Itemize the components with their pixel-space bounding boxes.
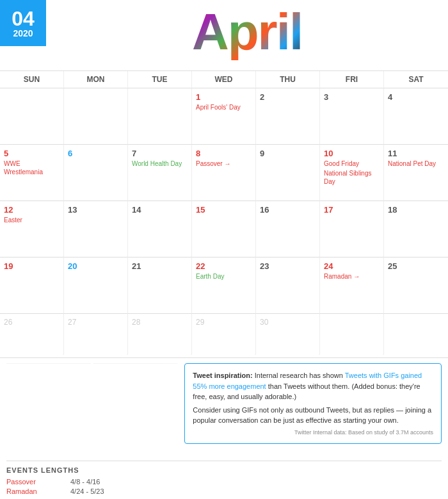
events-lengths-title: EVENTS LENGTHS xyxy=(6,461,442,474)
month-badge: 04 2020 xyxy=(0,0,46,46)
event-passover-name: Passover xyxy=(6,478,70,486)
event-good-friday: Good Friday xyxy=(324,160,380,168)
day-cell-17: 17 xyxy=(320,200,384,257)
day-cell-18: 18 xyxy=(384,200,448,257)
day-cell-3: 3 xyxy=(320,88,384,144)
day-cell xyxy=(128,88,192,144)
day-number: 28 xyxy=(132,318,188,327)
event-passover-dates: 4/8 - 4/16 xyxy=(70,478,100,486)
day-number: 20 xyxy=(68,261,124,271)
day-cell-10: 10 Good Friday National Siblings Day xyxy=(320,144,384,200)
day-cell-1: 1 April Fools' Day xyxy=(192,88,256,144)
day-cell-16: 16 xyxy=(256,200,320,257)
day-cell-23: 23 xyxy=(256,257,320,313)
day-cell-29: 29 xyxy=(192,313,256,355)
event-earth-day: Earth Day xyxy=(196,272,252,281)
month-number: 04 xyxy=(12,8,35,29)
day-number: 2 xyxy=(260,92,316,102)
day-cell-8: 8 Passover → xyxy=(192,144,256,200)
day-cell-9: 9 xyxy=(256,144,320,200)
day-number: 25 xyxy=(388,261,444,271)
week-3: 12 Easter 13 14 15 16 17 18 xyxy=(0,200,448,257)
day-cell-empty xyxy=(320,313,384,355)
event-ramadan: Ramadan → xyxy=(324,272,380,281)
day-number: 11 xyxy=(388,149,444,158)
day-cell-15: 15 xyxy=(192,200,256,257)
week-1: 1 April Fools' Day 2 3 4 xyxy=(0,88,448,144)
day-number: 18 xyxy=(388,205,444,215)
month-title: April xyxy=(192,3,302,61)
day-number: 30 xyxy=(260,318,316,327)
calendar: SUN MON TUE WED THU FRI SAT 1 April Fool… xyxy=(0,70,448,355)
day-cell xyxy=(0,88,64,144)
event-pet-day: National Pet Day xyxy=(388,160,444,168)
tweet-inspiration-box: Tweet inspiration: Internal research has… xyxy=(184,363,442,444)
event-siblings-day: National Siblings Day xyxy=(324,169,380,186)
day-cell-25: 25 xyxy=(384,257,448,313)
day-number: 17 xyxy=(324,205,380,215)
day-number: 23 xyxy=(260,261,316,271)
page-container: 04 2020 April SUN MON TUE WED THU FRI SA… xyxy=(0,0,448,499)
day-cell-28: 28 xyxy=(128,313,192,355)
tweet-text-1: Internal research has shown xyxy=(255,372,345,379)
day-number: 14 xyxy=(132,205,188,215)
header-sat: SAT xyxy=(384,71,448,88)
header-tue: TUE xyxy=(128,71,192,88)
event-passover-row: Passover 4/8 - 4/16 xyxy=(6,478,442,486)
header-thu: THU xyxy=(256,71,320,88)
day-number: 29 xyxy=(196,318,252,327)
day-cell-5: 5 WWE Wrestlemania xyxy=(0,144,64,200)
day-number: 26 xyxy=(4,318,60,327)
day-number: 15 xyxy=(196,205,252,215)
day-cell-2: 2 xyxy=(256,88,320,144)
day-cell-12: 12 Easter xyxy=(0,200,64,257)
week-4: 19 20 21 22 Earth Day 23 24 Ramadan → 25 xyxy=(0,257,448,313)
day-cell-26: 26 xyxy=(0,313,64,355)
month-title-container: April xyxy=(46,0,448,64)
day-cell-27: 27 xyxy=(64,313,128,355)
day-number: 4 xyxy=(388,92,444,102)
day-number: 6 xyxy=(68,149,124,158)
event-ramadan-name: Ramadan xyxy=(6,487,70,495)
day-cell-19: 19 xyxy=(0,257,64,313)
event-april-fools: April Fools' Day xyxy=(196,103,252,111)
header-sun: SUN xyxy=(0,71,64,88)
event-wwe: WWE Wrestlemania xyxy=(4,160,60,176)
day-cell-21: 21 xyxy=(128,257,192,313)
tweet-source: Twitter Internal data: Based on study of… xyxy=(193,429,433,438)
tweet-label: Tweet inspiration: xyxy=(193,372,252,379)
event-world-health: World Health Day xyxy=(132,160,188,168)
bottom-area: Tweet inspiration: Internal research has… xyxy=(0,357,448,454)
day-number: 9 xyxy=(260,149,316,158)
day-number: 21 xyxy=(132,261,188,271)
day-cell-6: 6 xyxy=(64,144,128,200)
year: 2020 xyxy=(13,29,33,38)
day-number: 13 xyxy=(68,205,124,215)
day-number: 24 xyxy=(324,261,380,271)
day-cell-13: 13 xyxy=(64,200,128,257)
day-number: 10 xyxy=(324,149,380,158)
day-number: 12 xyxy=(4,205,60,215)
day-cell-22: 22 Earth Day xyxy=(192,257,256,313)
event-easter: Easter xyxy=(4,216,60,224)
week-2: 5 WWE Wrestlemania 6 7 World Health Day … xyxy=(0,144,448,200)
day-cell xyxy=(64,88,128,144)
tweet-text-3: Consider using GIFs not only as outbound… xyxy=(193,405,433,426)
day-cell-4: 4 xyxy=(384,88,448,144)
day-number: 1 xyxy=(196,92,252,102)
day-number: 16 xyxy=(260,205,316,215)
event-ramadan-dates: 4/24 - 5/23 xyxy=(70,487,104,495)
day-headers: SUN MON TUE WED THU FRI SAT xyxy=(0,70,448,88)
event-passover: Passover → xyxy=(196,160,252,168)
events-lengths-section: EVENTS LENGTHS Passover 4/8 - 4/16 Ramad… xyxy=(0,454,448,499)
week-5: 26 27 28 29 30 xyxy=(0,313,448,355)
day-number: 22 xyxy=(196,261,252,271)
day-number: 27 xyxy=(68,318,124,327)
day-cell-30: 30 xyxy=(256,313,320,355)
header-fri: FRI xyxy=(320,71,384,88)
day-cell-20: 20 xyxy=(64,257,128,313)
event-ramadan-row: Ramadan 4/24 - 5/23 xyxy=(6,487,442,495)
day-cell-11: 11 National Pet Day xyxy=(384,144,448,200)
day-number: 5 xyxy=(4,149,60,158)
day-cell-empty xyxy=(384,313,448,355)
